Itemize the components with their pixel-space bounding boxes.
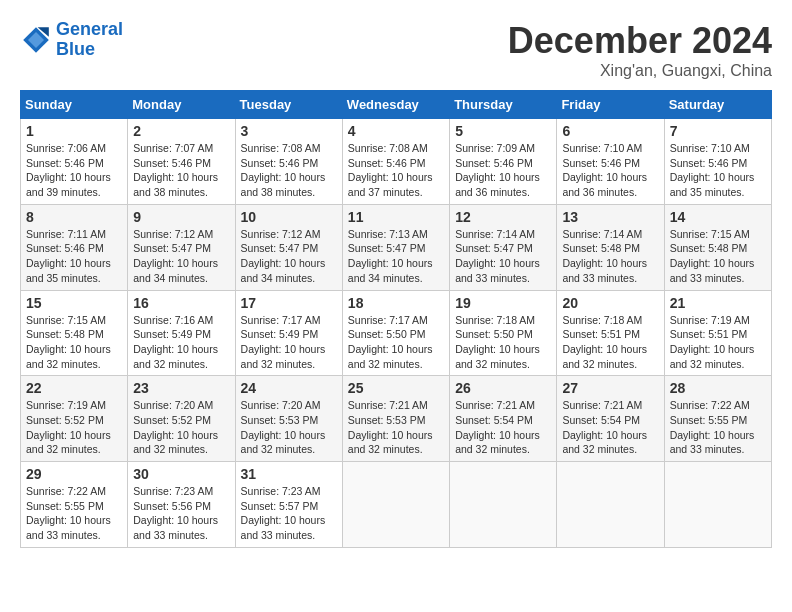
calendar-cell: 15Sunrise: 7:15 AMSunset: 5:48 PMDayligh… — [21, 290, 128, 376]
calendar-cell: 25Sunrise: 7:21 AMSunset: 5:53 PMDayligh… — [342, 376, 449, 462]
logo-line2: Blue — [56, 39, 95, 59]
calendar-cell: 20Sunrise: 7:18 AMSunset: 5:51 PMDayligh… — [557, 290, 664, 376]
calendar-cell: 21Sunrise: 7:19 AMSunset: 5:51 PMDayligh… — [664, 290, 771, 376]
title-section: December 2024 Xing'an, Guangxi, China — [508, 20, 772, 80]
day-info: Sunrise: 7:15 AMSunset: 5:48 PMDaylight:… — [26, 313, 122, 372]
day-info: Sunrise: 7:14 AMSunset: 5:47 PMDaylight:… — [455, 227, 551, 286]
calendar-cell: 23Sunrise: 7:20 AMSunset: 5:52 PMDayligh… — [128, 376, 235, 462]
calendar-week-row: 22Sunrise: 7:19 AMSunset: 5:52 PMDayligh… — [21, 376, 772, 462]
day-number: 5 — [455, 123, 551, 139]
day-number: 26 — [455, 380, 551, 396]
day-info: Sunrise: 7:08 AMSunset: 5:46 PMDaylight:… — [241, 141, 337, 200]
calendar-cell: 22Sunrise: 7:19 AMSunset: 5:52 PMDayligh… — [21, 376, 128, 462]
calendar-cell — [664, 462, 771, 548]
calendar-cell — [557, 462, 664, 548]
day-info: Sunrise: 7:12 AMSunset: 5:47 PMDaylight:… — [241, 227, 337, 286]
day-number: 23 — [133, 380, 229, 396]
calendar-cell: 8Sunrise: 7:11 AMSunset: 5:46 PMDaylight… — [21, 204, 128, 290]
day-info: Sunrise: 7:07 AMSunset: 5:46 PMDaylight:… — [133, 141, 229, 200]
calendar-week-row: 8Sunrise: 7:11 AMSunset: 5:46 PMDaylight… — [21, 204, 772, 290]
day-number: 10 — [241, 209, 337, 225]
weekday-header-friday: Friday — [557, 91, 664, 119]
weekday-header-tuesday: Tuesday — [235, 91, 342, 119]
day-number: 15 — [26, 295, 122, 311]
day-info: Sunrise: 7:16 AMSunset: 5:49 PMDaylight:… — [133, 313, 229, 372]
day-info: Sunrise: 7:13 AMSunset: 5:47 PMDaylight:… — [348, 227, 444, 286]
day-info: Sunrise: 7:12 AMSunset: 5:47 PMDaylight:… — [133, 227, 229, 286]
day-info: Sunrise: 7:22 AMSunset: 5:55 PMDaylight:… — [26, 484, 122, 543]
calendar-cell — [342, 462, 449, 548]
calendar-cell: 14Sunrise: 7:15 AMSunset: 5:48 PMDayligh… — [664, 204, 771, 290]
logo: General Blue — [20, 20, 123, 60]
month-title: December 2024 — [508, 20, 772, 62]
calendar-week-row: 1Sunrise: 7:06 AMSunset: 5:46 PMDaylight… — [21, 119, 772, 205]
weekday-header-wednesday: Wednesday — [342, 91, 449, 119]
day-number: 2 — [133, 123, 229, 139]
day-info: Sunrise: 7:23 AMSunset: 5:57 PMDaylight:… — [241, 484, 337, 543]
day-info: Sunrise: 7:17 AMSunset: 5:50 PMDaylight:… — [348, 313, 444, 372]
day-number: 7 — [670, 123, 766, 139]
day-number: 25 — [348, 380, 444, 396]
weekday-header-monday: Monday — [128, 91, 235, 119]
day-info: Sunrise: 7:15 AMSunset: 5:48 PMDaylight:… — [670, 227, 766, 286]
day-number: 16 — [133, 295, 229, 311]
day-info: Sunrise: 7:22 AMSunset: 5:55 PMDaylight:… — [670, 398, 766, 457]
day-number: 31 — [241, 466, 337, 482]
day-number: 11 — [348, 209, 444, 225]
day-info: Sunrise: 7:23 AMSunset: 5:56 PMDaylight:… — [133, 484, 229, 543]
day-number: 17 — [241, 295, 337, 311]
day-info: Sunrise: 7:18 AMSunset: 5:51 PMDaylight:… — [562, 313, 658, 372]
calendar-cell: 26Sunrise: 7:21 AMSunset: 5:54 PMDayligh… — [450, 376, 557, 462]
calendar-cell: 10Sunrise: 7:12 AMSunset: 5:47 PMDayligh… — [235, 204, 342, 290]
calendar-cell — [450, 462, 557, 548]
calendar-cell: 18Sunrise: 7:17 AMSunset: 5:50 PMDayligh… — [342, 290, 449, 376]
day-info: Sunrise: 7:06 AMSunset: 5:46 PMDaylight:… — [26, 141, 122, 200]
calendar-table: SundayMondayTuesdayWednesdayThursdayFrid… — [20, 90, 772, 548]
day-number: 6 — [562, 123, 658, 139]
day-number: 1 — [26, 123, 122, 139]
calendar-week-row: 15Sunrise: 7:15 AMSunset: 5:48 PMDayligh… — [21, 290, 772, 376]
day-info: Sunrise: 7:20 AMSunset: 5:53 PMDaylight:… — [241, 398, 337, 457]
calendar-cell: 28Sunrise: 7:22 AMSunset: 5:55 PMDayligh… — [664, 376, 771, 462]
calendar-cell: 7Sunrise: 7:10 AMSunset: 5:46 PMDaylight… — [664, 119, 771, 205]
calendar-cell: 19Sunrise: 7:18 AMSunset: 5:50 PMDayligh… — [450, 290, 557, 376]
day-number: 3 — [241, 123, 337, 139]
calendar-cell: 9Sunrise: 7:12 AMSunset: 5:47 PMDaylight… — [128, 204, 235, 290]
day-number: 29 — [26, 466, 122, 482]
day-number: 4 — [348, 123, 444, 139]
location-title: Xing'an, Guangxi, China — [508, 62, 772, 80]
day-info: Sunrise: 7:11 AMSunset: 5:46 PMDaylight:… — [26, 227, 122, 286]
calendar-cell: 27Sunrise: 7:21 AMSunset: 5:54 PMDayligh… — [557, 376, 664, 462]
calendar-cell: 12Sunrise: 7:14 AMSunset: 5:47 PMDayligh… — [450, 204, 557, 290]
logo-text: General Blue — [56, 20, 123, 60]
calendar-cell: 6Sunrise: 7:10 AMSunset: 5:46 PMDaylight… — [557, 119, 664, 205]
calendar-cell: 11Sunrise: 7:13 AMSunset: 5:47 PMDayligh… — [342, 204, 449, 290]
day-info: Sunrise: 7:21 AMSunset: 5:54 PMDaylight:… — [455, 398, 551, 457]
calendar-cell: 13Sunrise: 7:14 AMSunset: 5:48 PMDayligh… — [557, 204, 664, 290]
logo-line1: General — [56, 19, 123, 39]
day-info: Sunrise: 7:21 AMSunset: 5:54 PMDaylight:… — [562, 398, 658, 457]
day-number: 13 — [562, 209, 658, 225]
calendar-cell: 4Sunrise: 7:08 AMSunset: 5:46 PMDaylight… — [342, 119, 449, 205]
calendar-cell: 2Sunrise: 7:07 AMSunset: 5:46 PMDaylight… — [128, 119, 235, 205]
day-number: 14 — [670, 209, 766, 225]
weekday-header-thursday: Thursday — [450, 91, 557, 119]
calendar-cell: 3Sunrise: 7:08 AMSunset: 5:46 PMDaylight… — [235, 119, 342, 205]
day-number: 24 — [241, 380, 337, 396]
weekday-header-row: SundayMondayTuesdayWednesdayThursdayFrid… — [21, 91, 772, 119]
day-info: Sunrise: 7:18 AMSunset: 5:50 PMDaylight:… — [455, 313, 551, 372]
logo-icon — [20, 24, 52, 56]
day-number: 21 — [670, 295, 766, 311]
day-number: 27 — [562, 380, 658, 396]
weekday-header-sunday: Sunday — [21, 91, 128, 119]
calendar-week-row: 29Sunrise: 7:22 AMSunset: 5:55 PMDayligh… — [21, 462, 772, 548]
day-info: Sunrise: 7:20 AMSunset: 5:52 PMDaylight:… — [133, 398, 229, 457]
day-number: 9 — [133, 209, 229, 225]
calendar-cell: 5Sunrise: 7:09 AMSunset: 5:46 PMDaylight… — [450, 119, 557, 205]
day-number: 12 — [455, 209, 551, 225]
calendar-cell: 24Sunrise: 7:20 AMSunset: 5:53 PMDayligh… — [235, 376, 342, 462]
day-info: Sunrise: 7:17 AMSunset: 5:49 PMDaylight:… — [241, 313, 337, 372]
calendar-cell: 31Sunrise: 7:23 AMSunset: 5:57 PMDayligh… — [235, 462, 342, 548]
day-number: 28 — [670, 380, 766, 396]
day-info: Sunrise: 7:09 AMSunset: 5:46 PMDaylight:… — [455, 141, 551, 200]
